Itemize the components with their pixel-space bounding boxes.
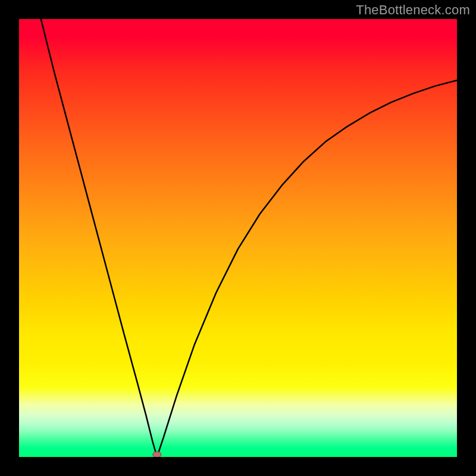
curve-svg xyxy=(19,19,457,457)
bottleneck-curve xyxy=(41,19,457,457)
chart-frame: TheBottleneck.com xyxy=(0,0,476,476)
plot-area xyxy=(19,19,457,457)
watermark-text: TheBottleneck.com xyxy=(356,2,470,18)
optimal-point-marker xyxy=(153,452,161,457)
